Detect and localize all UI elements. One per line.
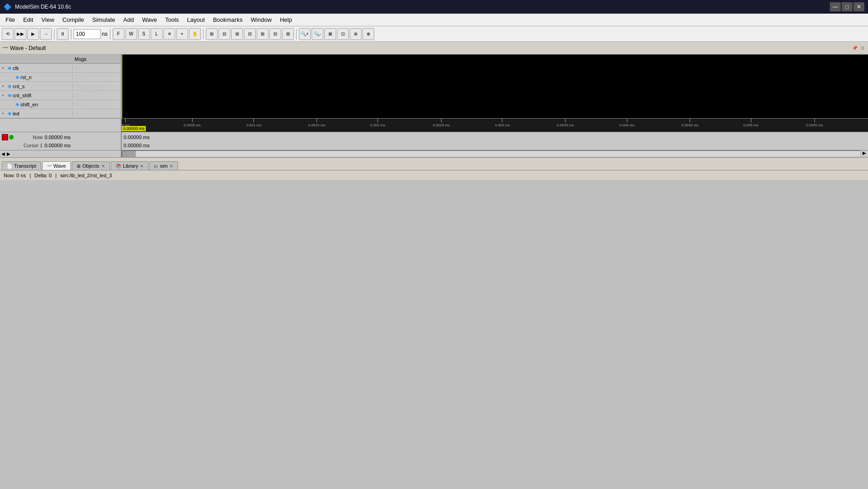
tab-wave[interactable]: 〰Wave	[42, 161, 71, 170]
close-button[interactable]: ✕	[853, 2, 864, 11]
tab-close-button[interactable]: ✕	[101, 164, 105, 169]
break-button[interactable]: ⏸	[57, 28, 69, 40]
signal-expand-btn[interactable]: +	[2, 66, 6, 70]
signal-diamond-icon: ◆	[15, 74, 19, 80]
menu-item-simulate[interactable]: Simulate	[89, 15, 119, 25]
zoom-out-button[interactable]: 🔍-	[312, 28, 323, 40]
run-all-button[interactable]: ▶▶	[15, 28, 26, 40]
menu-item-bookmarks[interactable]: Bookmarks	[209, 15, 246, 25]
signals-button[interactable]: S	[138, 28, 150, 40]
time-tick-line	[125, 119, 126, 122]
menu-item-tools[interactable]: Tools	[161, 15, 182, 25]
lock-button[interactable]: ⊟	[269, 28, 281, 40]
tab-sim[interactable]: ▷sim✕	[149, 161, 178, 170]
menu-item-layout[interactable]: Layout	[184, 15, 208, 25]
time-tick: 0.0045 ms	[681, 119, 698, 127]
tab-transcript[interactable]: 📄Transcript	[2, 161, 41, 170]
menu-item-add[interactable]: Add	[120, 15, 138, 25]
status-bar: Now: 0 ns | Delta: 0 | sim:/tb_led_2/rst…	[0, 170, 868, 180]
step-button[interactable]: →	[40, 28, 52, 40]
signal-expand-btn[interactable]: +	[2, 93, 6, 98]
signal-name-text: clk	[13, 65, 19, 71]
nolog-button[interactable]: ✕	[164, 28, 175, 40]
zoom-cursor-button[interactable]: ⊛	[350, 28, 362, 40]
tab-close-button[interactable]: ✕	[140, 164, 144, 169]
unlink-button[interactable]: ⊞	[257, 28, 268, 40]
menu-item-window[interactable]: Window	[247, 15, 275, 25]
menu-item-view[interactable]: View	[38, 15, 58, 25]
time-input[interactable]: 100	[74, 29, 101, 39]
format-button[interactable]: F	[113, 28, 124, 40]
time-tick-line	[377, 119, 378, 122]
tab-close-button[interactable]: ✕	[169, 164, 173, 169]
maximize-button[interactable]: □	[842, 2, 853, 11]
signal-row[interactable]: +◆led4hx	[0, 109, 121, 118]
time-tick-label: 0.0035 ms	[557, 123, 574, 127]
find-button[interactable]: ⊕	[362, 28, 374, 40]
signal-row[interactable]: +◆cnt_s26hxxxxxxxxx	[0, 82, 121, 91]
menu-item-wave[interactable]: Wave	[139, 15, 161, 25]
cursor-time-right-value: 0.00000 ms	[124, 143, 149, 148]
scroll-left-pad: ◀ ▶	[0, 150, 122, 157]
wave-editor-button[interactable]: W	[125, 28, 137, 40]
align-button[interactable]: ⊟	[218, 28, 230, 40]
time-tick-line	[441, 119, 441, 122]
now-row: Now 0.00000 ms	[2, 133, 119, 141]
signal-row[interactable]: ◆rst_n1hx	[0, 73, 121, 82]
status-sep: |	[30, 173, 31, 178]
scroll-track[interactable]	[122, 150, 861, 157]
app-icon: 🔷	[4, 3, 11, 10]
signal-msgs-header: Msgs	[73, 56, 88, 62]
menu-item-edit[interactable]: Edit	[20, 15, 37, 25]
cursor-label: Cursor 1	[15, 143, 43, 148]
time-tick-label: 0.0055 ms	[806, 123, 823, 127]
cursor-row: Cursor 1 0.00000 ms	[2, 141, 119, 150]
scroll-left-arrow[interactable]: ◀	[1, 151, 5, 157]
wave-pin-button[interactable]: 📌	[851, 45, 859, 51]
zoom-fit-button[interactable]: ⊡	[337, 28, 349, 40]
wave-scroll-right-arrow[interactable]: ▶	[861, 150, 868, 157]
signal-row[interactable]: ◆shift_en1hx	[0, 100, 121, 109]
time-tick-label: 0.001 ms	[246, 123, 261, 127]
time-tick: 0.0055 ms	[806, 119, 823, 127]
cursor-button[interactable]: +	[176, 28, 188, 40]
scroll-thumb[interactable]	[122, 151, 136, 157]
waveform-area[interactable]	[122, 55, 868, 118]
log-button[interactable]: L	[151, 28, 163, 40]
title-bar-left: 🔷 ModelSim DE-64 10.6c	[4, 3, 71, 10]
minimize-button[interactable]: —	[830, 2, 841, 11]
tab-objects[interactable]: ⊞Objects✕	[72, 161, 109, 170]
signal-value-cell: 1hx	[73, 75, 84, 80]
signal-name-cell: +◆cnt_shift	[0, 92, 73, 98]
green-dot	[9, 135, 14, 140]
signal-name-text: cnt_shift	[13, 93, 31, 98]
hand-button[interactable]: ✋	[189, 28, 201, 40]
run-button[interactable]: ▶	[27, 28, 39, 40]
time-tick-line	[502, 119, 502, 122]
zoom-full-button[interactable]: ⊠	[324, 28, 336, 40]
link-button[interactable]: ⊟	[244, 28, 256, 40]
signal-name-text: shift_en	[20, 102, 38, 107]
menu-item-compile[interactable]: Compile	[59, 15, 88, 25]
zoom-in-button[interactable]: 🔍+	[299, 28, 311, 40]
scroll-right-arrow[interactable]: ▶	[6, 151, 11, 157]
time-tick: 0.003 ms	[495, 119, 510, 127]
tab-label: sim	[160, 163, 168, 169]
align2-button[interactable]: ⊞	[231, 28, 243, 40]
title-bar: 🔷 ModelSim DE-64 10.6c — □ ✕	[0, 0, 868, 14]
tab-library[interactable]: 📚Library✕	[111, 161, 149, 170]
signal-row[interactable]: +◆clk1hx	[0, 64, 121, 73]
signal-expand-btn[interactable]: +	[2, 111, 6, 116]
unlock-button[interactable]: ⊞	[282, 28, 294, 40]
signal-expand-btn[interactable]: +	[2, 84, 6, 89]
snap-button[interactable]: ⊞	[206, 28, 218, 40]
menu-item-file[interactable]: File	[2, 15, 19, 25]
tab-label: Transcript	[14, 163, 36, 169]
signal-row[interactable]: +◆cnt_shift2hx	[0, 91, 121, 100]
time-tick: 0.0015 ms	[308, 119, 325, 127]
restart-simulation-button[interactable]: ⟲	[2, 28, 14, 40]
menu-item-help[interactable]: Help	[276, 15, 296, 25]
wave-maximize-button[interactable]: □	[860, 45, 865, 51]
signal-name-cell: +◆cnt_s	[0, 83, 73, 89]
signal-rows: +◆clk1hx ◆rst_n1hx+◆cnt_s26hxxxxxxxxx+◆c…	[0, 64, 121, 118]
